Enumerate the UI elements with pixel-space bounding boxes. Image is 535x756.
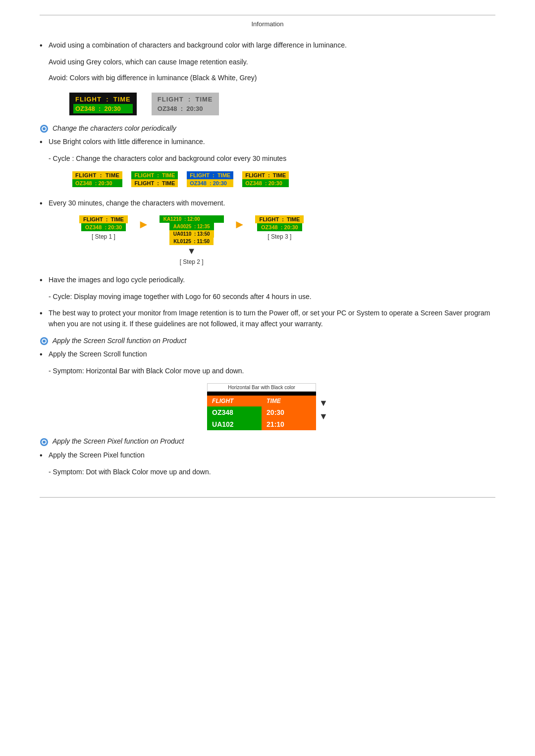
cycle-box-1-label: FLIGHT : TIME — [72, 171, 122, 179]
scroll-arrow-down-2: ▼ — [319, 411, 328, 422]
step-2-col: KA1210 : 12:00 AA0025 : 12:35 UA0110 : 1… — [160, 215, 224, 265]
cycle-box-2-value: FLIGHT : TIME — [131, 179, 178, 187]
circle-item-3: Apply the Screen Pixel function on Produ… — [40, 437, 495, 446]
bullet-text-3: Every 30 minutes, change the characters … — [49, 198, 495, 208]
arrow-1: ► — [138, 215, 150, 231]
step3-value: OZ348 : 20:30 — [257, 223, 302, 231]
circle-label-2: Apply the Screen Scroll function on Prod… — [53, 337, 186, 345]
movement-demo-row: FLIGHT : TIME OZ348 : 20:30 [ Step 1 ] ►… — [79, 215, 495, 265]
indent-text-1b: Avoid: Colors with big difference in lum… — [49, 72, 495, 83]
scroll-cell-3a: UA102 — [207, 418, 262, 430]
scroll-row-2: OZ348 20:30 — [207, 406, 316, 418]
step2-arrow-down: ▼ — [187, 246, 196, 256]
cycle-demo-row: FLIGHT : TIME OZ348 : 20:30 FLIGHT : TIM… — [69, 170, 495, 189]
arrow-2: ► — [234, 215, 246, 231]
indent-text-1a: Avoid using Grey colors, which can cause… — [49, 56, 495, 67]
cycle-box-1-value: OZ348 : 20:30 — [72, 179, 122, 187]
step2-row1: KA1210 : 12:00 — [160, 215, 224, 223]
bullet-text-7: Apply the Screen Pixel function — [49, 450, 495, 460]
bullet-text-1: Avoid using a combination of characters … — [49, 40, 495, 50]
cycle-box-4-label: FLIGHT : TIME — [242, 171, 289, 179]
fb-gray-value: OZ348 : 20:30 — [156, 104, 215, 113]
step-1-col: FLIGHT : TIME OZ348 : 20:30 [ Step 1 ] — [79, 215, 128, 240]
step3-footer: [ Step 3 ] — [268, 233, 291, 240]
svg-point-2 — [43, 127, 46, 130]
bullet-dot-7: • — [40, 450, 49, 461]
circle-label-1: Change the characters color periodically — [53, 124, 176, 132]
step2-row2: AA0025 : 12:35 — [169, 223, 214, 230]
bullet-item-2: • Use Bright colors with little differen… — [40, 136, 495, 148]
arrow-right-icon-1: ► — [138, 217, 150, 231]
scroll-demo-wrap: Horizontal Bar with Black color FLIGHT T… — [40, 383, 495, 430]
cycle-box-2: FLIGHT : TIME FLIGHT : TIME — [128, 170, 181, 189]
cycle-box-1: FLIGHT : TIME OZ348 : 20:30 — [69, 170, 125, 189]
bullet-dot-6: • — [40, 349, 49, 360]
circle-label-3: Apply the Screen Pixel function on Produ… — [53, 437, 184, 445]
circle-icon-2 — [40, 337, 51, 346]
page-header: Information — [40, 15, 495, 28]
bullet-dot-3: • — [40, 198, 49, 209]
bullet-text-2: Use Bright colors with little difference… — [49, 136, 495, 147]
circle-item-2: Apply the Screen Scroll function on Prod… — [40, 337, 495, 346]
step-3-col: FLIGHT : TIME OZ348 : 20:30 [ Step 3 ] — [255, 215, 304, 240]
circle-item-1: Change the characters color periodically — [40, 124, 495, 133]
bullet-item-3: • Every 30 minutes, change the character… — [40, 198, 495, 209]
bullet-dot-1: • — [40, 40, 49, 51]
scroll-arrows-col: ▼ ▼ — [319, 383, 328, 422]
indent-text-2a: - Cycle : Change the characters color an… — [49, 153, 495, 164]
step1-label: FLIGHT : TIME — [79, 215, 128, 223]
step3-label: FLIGHT : TIME — [255, 215, 304, 223]
cycle-box-2-label: FLIGHT : TIME — [131, 171, 178, 179]
indent-text-7a: - Symptom: Dot with Black Color move up … — [49, 466, 495, 477]
scroll-row-3: UA102 21:10 — [207, 418, 316, 430]
bullet-item-7: • Apply the Screen Pixel function — [40, 450, 495, 461]
cycle-box-4-value: OZ348 : 20:30 — [242, 179, 289, 187]
step1-value: OZ348 : 20:30 — [81, 223, 126, 231]
scroll-arrow-down-1: ▼ — [319, 398, 328, 408]
bullet-item-4: • Have the images and logo cycle periodi… — [40, 274, 495, 286]
scroll-cell-2b: 20:30 — [262, 406, 316, 418]
scroll-cell-1a: FLIGHT — [207, 396, 262, 406]
page-title: Information — [251, 20, 283, 28]
arrow-down-icon: ▼ — [187, 246, 196, 256]
svg-point-8 — [43, 441, 46, 444]
flight-demo-row-1: FLIGHT : TIME OZ348 : 20:30 FLIGHT : TIM… — [69, 93, 495, 115]
flight-box-dark: FLIGHT : TIME OZ348 : 20:30 — [69, 93, 137, 115]
scroll-demo-table-col: Horizontal Bar with Black color FLIGHT T… — [207, 383, 316, 430]
bullet-text-4: Have the images and logo cycle periodica… — [49, 274, 495, 285]
bullet-dot-5: • — [40, 307, 49, 319]
bullet-text-6: Apply the Screen Scroll function — [49, 349, 495, 359]
circle-icon-3 — [40, 437, 51, 446]
scroll-cell-1b: TIME — [262, 396, 316, 406]
bullet-item-1: • Avoid using a combination of character… — [40, 40, 495, 51]
scroll-demo-header: Horizontal Bar with Black color — [207, 383, 316, 392]
scroll-demo-inner: Horizontal Bar with Black color FLIGHT T… — [207, 383, 328, 430]
circle-icon-1 — [40, 124, 51, 133]
bullet-item-6: • Apply the Screen Scroll function — [40, 349, 495, 360]
scroll-cell-3b: 21:10 — [262, 418, 316, 430]
step2-footer: [ Step 2 ] — [180, 258, 204, 265]
scroll-row-1: FLIGHT TIME — [207, 396, 316, 406]
cycle-box-4: FLIGHT : TIME OZ348 : 20:30 — [239, 170, 292, 189]
scroll-demo: Horizontal Bar with Black color FLIGHT T… — [207, 383, 328, 430]
step1-footer: [ Step 1 ] — [92, 233, 115, 240]
cycle-box-3-label: FLIGHT : TIME — [187, 171, 233, 179]
bullet-dot-2: • — [40, 136, 49, 148]
bullet-item-5: • The best way to protect your monitor f… — [40, 307, 495, 330]
bullet-dot-4: • — [40, 274, 49, 286]
indent-text-4a: - Cycle: Display moving image together w… — [49, 291, 495, 302]
fb-dark-value: OZ348 : 20:30 — [73, 104, 133, 113]
bullet-text-5: The best way to protect your monitor fro… — [49, 307, 495, 330]
scroll-cell-2a: OZ348 — [207, 406, 262, 418]
step2-row3: UA0110 : 13:50 — [169, 230, 214, 238]
fb-gray-label: FLIGHT : TIME — [156, 95, 215, 104]
bottom-rule — [40, 497, 495, 498]
cycle-box-3-value: OZ348 : 20:30 — [187, 179, 233, 187]
flight-box-gray: FLIGHT : TIME OZ348 : 20:30 — [152, 93, 219, 115]
cycle-box-3: FLIGHT : TIME OZ348 : 20:30 — [184, 170, 236, 189]
fb-dark-label: FLIGHT : TIME — [73, 95, 133, 104]
svg-point-5 — [43, 340, 46, 343]
scroll-black-bar-top — [207, 392, 316, 396]
arrow-right-icon-2: ► — [234, 217, 246, 231]
indent-text-6a: - Symptom: Horizontal Bar with Black Col… — [49, 365, 495, 376]
